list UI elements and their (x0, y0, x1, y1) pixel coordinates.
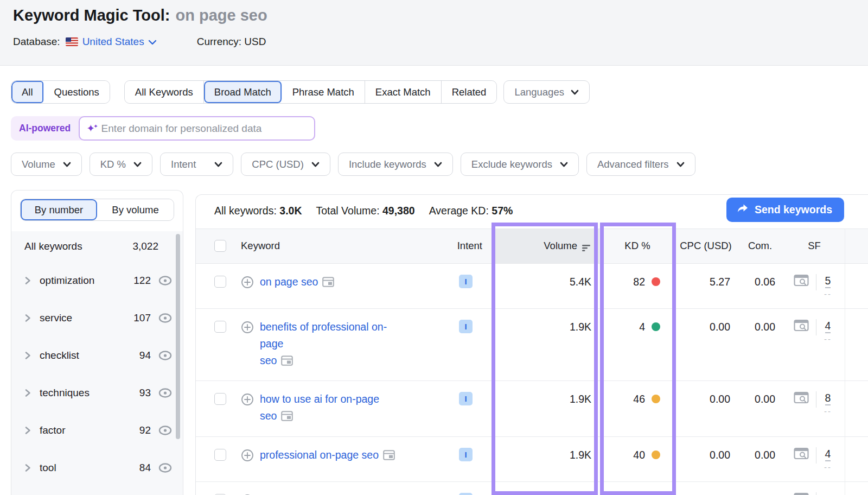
eye-icon[interactable] (158, 425, 173, 436)
sidebar-item-tool[interactable]: tool 84 (11, 449, 183, 486)
sf-count[interactable]: 6 (825, 492, 831, 495)
serp-window-icon[interactable] (281, 356, 293, 366)
intent-badge[interactable]: I (459, 392, 473, 405)
intent-badge[interactable]: I (459, 493, 473, 495)
chevron-right-icon[interactable] (24, 425, 33, 436)
com-value: 0.06 (755, 276, 775, 288)
kd-value: 46 (631, 393, 645, 405)
languages-dropdown[interactable]: Languages (503, 80, 590, 104)
keyword-link[interactable]: benefits of professional on-page seo (260, 319, 397, 369)
keyword-link[interactable]: professional on-page seo (260, 447, 395, 464)
sf-count[interactable]: 4 (825, 319, 831, 333)
chevron-down-icon (311, 162, 320, 167)
tab-exact-match[interactable]: Exact Match (365, 81, 442, 103)
serp-preview-icon[interactable] (794, 391, 809, 407)
serp-preview-icon[interactable] (794, 492, 809, 495)
add-keyword-icon[interactable] (241, 276, 254, 291)
cpc-value: 0.00 (710, 393, 730, 405)
tab-related[interactable]: Related (442, 81, 497, 103)
currency-label: Currency: (197, 36, 241, 47)
serp-window-icon[interactable] (322, 277, 334, 287)
sidebar-item-optimization[interactable]: optimization 122 (11, 262, 183, 299)
chevron-right-icon[interactable] (24, 388, 33, 398)
divider (816, 274, 816, 290)
filter-include-keywords[interactable]: Include keywords (338, 153, 453, 176)
sidebar-item-techniques[interactable]: techniques 93 (11, 374, 183, 411)
tab-all[interactable]: All (11, 81, 44, 103)
keyword-link[interactable]: how to use ai for on-page seo (260, 391, 379, 424)
col-volume[interactable]: Volume (544, 240, 577, 252)
intent-badge[interactable]: I (459, 275, 473, 288)
serp-window-icon[interactable] (383, 450, 395, 460)
table-row: professional on-page seo I 1.9K 40 0.00 … (196, 437, 868, 482)
divider (816, 319, 816, 335)
row-checkbox[interactable] (214, 276, 226, 288)
col-intent[interactable]: Intent (457, 240, 482, 252)
domain-input[interactable] (101, 123, 308, 135)
serp-preview-icon[interactable] (794, 447, 809, 463)
sf-more: -- (824, 409, 832, 414)
currency-value: USD (244, 36, 266, 47)
tab-group-match-types: All Keywords Broad Match Phrase Match Ex… (124, 80, 497, 104)
eye-icon[interactable] (158, 275, 173, 286)
serp-preview-icon[interactable] (794, 274, 809, 290)
keyword-link[interactable]: what is on page seo (260, 492, 370, 495)
sort-descending-icon[interactable] (582, 243, 591, 255)
cpc-value: 0.00 (710, 321, 730, 333)
col-sf[interactable]: SF (808, 240, 821, 252)
serp-window-icon[interactable] (281, 411, 293, 421)
eye-icon[interactable] (158, 388, 173, 398)
sidebar-item-factor[interactable]: factor 92 (11, 411, 183, 449)
select-all-checkbox[interactable] (214, 240, 226, 252)
intent-badge[interactable]: I (459, 448, 473, 461)
sf-count[interactable]: 5 (825, 274, 831, 288)
filter-advanced[interactable]: Advanced filters (586, 153, 695, 176)
tab-all-keywords[interactable]: All Keywords (125, 81, 204, 103)
row-checkbox[interactable] (214, 393, 226, 405)
filter-kd[interactable]: KD % (90, 153, 152, 176)
eye-icon[interactable] (158, 350, 173, 361)
eye-icon[interactable] (158, 462, 173, 473)
chevron-down-icon[interactable] (148, 36, 157, 48)
filter-exclude-keywords[interactable]: Exclude keywords (461, 153, 579, 176)
col-com[interactable]: Com. (748, 240, 772, 252)
chevron-right-icon[interactable] (24, 462, 33, 473)
sidebar-scrollbar[interactable] (176, 234, 180, 439)
chevron-right-icon[interactable] (24, 313, 33, 323)
sf-more: -- (824, 465, 832, 470)
sidebar-sort-toggle: By number By volume (20, 199, 174, 221)
all-keywords-count: 3.0K (279, 205, 302, 217)
keyword-link[interactable]: on page seo (260, 274, 334, 290)
chevron-right-icon[interactable] (24, 275, 33, 286)
chevron-right-icon[interactable] (24, 350, 33, 361)
sidebar-item-all-keywords[interactable]: All keywords 3,022 (11, 231, 183, 262)
sidebar-item-checklist[interactable]: checklist 94 (11, 337, 183, 374)
add-keyword-icon[interactable] (241, 321, 254, 337)
filter-volume[interactable]: Volume (11, 153, 82, 176)
col-kd[interactable]: KD % (624, 240, 650, 252)
tab-phrase-match[interactable]: Phrase Match (282, 81, 365, 103)
sf-count[interactable]: 8 (825, 391, 831, 405)
serp-preview-icon[interactable] (794, 319, 809, 335)
add-keyword-icon[interactable] (241, 449, 254, 465)
chevron-down-icon (214, 162, 222, 167)
row-checkbox[interactable] (214, 449, 226, 461)
send-keywords-button[interactable]: Send keywords (726, 198, 844, 222)
sf-count[interactable]: 4 (825, 447, 831, 461)
filter-cpc[interactable]: CPC (USD) (241, 153, 330, 176)
filter-intent[interactable]: Intent (160, 153, 233, 176)
toggle-by-volume[interactable]: By volume (97, 199, 174, 220)
cpc-value: 0.00 (710, 449, 730, 461)
tab-questions[interactable]: Questions (44, 81, 110, 103)
sidebar-item-service[interactable]: service 107 (11, 299, 183, 337)
col-cpc[interactable]: CPC (USD) (680, 240, 732, 252)
tab-broad-match[interactable]: Broad Match (204, 81, 282, 103)
eye-icon[interactable] (158, 313, 173, 323)
average-kd-value: 57% (492, 205, 513, 217)
intent-badge[interactable]: I (459, 320, 473, 333)
database-selector[interactable]: United States (82, 36, 144, 48)
add-keyword-icon[interactable] (241, 393, 254, 409)
row-checkbox[interactable] (214, 321, 226, 333)
col-keyword[interactable]: Keyword (241, 240, 280, 252)
toggle-by-number[interactable]: By number (21, 199, 97, 220)
